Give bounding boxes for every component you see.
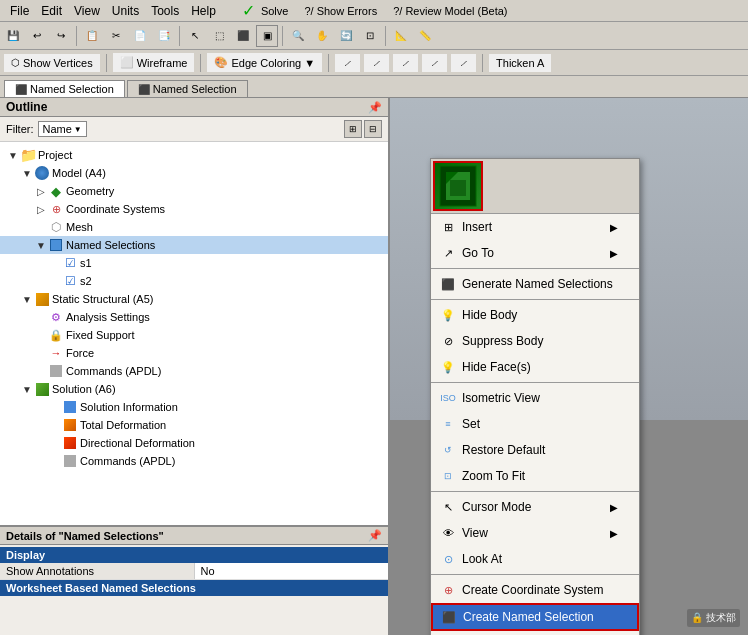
- tree-item-coord[interactable]: ▷ ⊕ Coordinate Systems: [0, 200, 388, 218]
- toolbar-btn-rotate[interactable]: 🔄: [335, 25, 357, 47]
- pin-icon[interactable]: 📌: [368, 101, 382, 114]
- ctx-create-coord[interactable]: ⊕ Create Coordinate System: [431, 577, 639, 603]
- toolbar-btn-zoom[interactable]: 🔍: [287, 25, 309, 47]
- tree-item-force[interactable]: → Force: [0, 344, 388, 362]
- menu-view[interactable]: View: [68, 2, 106, 20]
- toolbar: 💾 ↩ ↪ 📋 ✂ 📄 📑 ↖ ⬚ ⬛ ▣ 🔍 ✋ 🔄 ⊡ 📐 📏: [0, 22, 748, 50]
- filter-icon-btn-2[interactable]: ⊟: [364, 120, 382, 138]
- tree-item-mesh[interactable]: ⬡ Mesh: [0, 218, 388, 236]
- wireframe-icon: ⬜: [120, 56, 134, 69]
- ctx-header-icon: [433, 161, 483, 211]
- tree-item-total-deform[interactable]: Total Deformation: [0, 416, 388, 434]
- toolbar-btn-10[interactable]: 📐: [390, 25, 412, 47]
- tree-item-s2[interactable]: ☑ s2: [0, 272, 388, 290]
- tree-item-s1[interactable]: ☑ s1: [0, 254, 388, 272]
- menu-edit[interactable]: Edit: [35, 2, 68, 20]
- toggle-named-sel[interactable]: ▼: [34, 240, 48, 251]
- toggle-static[interactable]: ▼: [20, 294, 34, 305]
- tree-item-model[interactable]: ▼ Model (A4): [0, 164, 388, 182]
- create-named-icon: ⬛: [441, 609, 457, 625]
- toolbar-btn-11[interactable]: 📏: [414, 25, 436, 47]
- tab-named-selection-2[interactable]: ⬛ Named Selection: [127, 80, 248, 97]
- tree-item-geometry[interactable]: ▷ ◆ Geometry: [0, 182, 388, 200]
- ctx-zoom-fit[interactable]: ⊡ Zoom To Fit: [431, 463, 639, 489]
- solution-label: Solution (A6): [52, 383, 116, 395]
- right-panel: ⊞ Insert ▶ ↗ Go To ▶ ⬛ Generate Named Se…: [390, 98, 748, 635]
- toolbar-btn-pan[interactable]: ✋: [311, 25, 333, 47]
- thicken-button[interactable]: Thicken A: [489, 54, 551, 72]
- solve-label[interactable]: Solve: [261, 5, 289, 17]
- toolbar-btn-4[interactable]: 📋: [81, 25, 103, 47]
- toolbar-btn-9[interactable]: ▣: [256, 25, 278, 47]
- tree-item-fixed[interactable]: 🔒 Fixed Support: [0, 326, 388, 344]
- tree-item-solution[interactable]: ▼ Solution (A6): [0, 380, 388, 398]
- geometry-label: Geometry: [66, 185, 114, 197]
- menu-help[interactable]: Help: [185, 2, 222, 20]
- toggle-coord[interactable]: ▷: [34, 204, 48, 215]
- show-errors-label[interactable]: ?/ Show Errors: [304, 5, 377, 17]
- filter-row: Filter: Name ▼ ⊞ ⊟: [0, 117, 388, 142]
- tree-item-static[interactable]: ▼ Static Structural (A5): [0, 290, 388, 308]
- toolbar2-btn-e[interactable]: ⟋: [451, 54, 476, 72]
- ctx-set[interactable]: ≡ Set: [431, 411, 639, 437]
- toolbar-btn-fit[interactable]: ⊡: [359, 25, 381, 47]
- menu-file[interactable]: File: [4, 2, 35, 20]
- toolbar-btn-1[interactable]: 💾: [2, 25, 24, 47]
- ctx-cursor-mode[interactable]: ↖ Cursor Mode ▶: [431, 494, 639, 520]
- commands2-label: Commands (APDL): [80, 455, 175, 467]
- ctx-suppress-body[interactable]: ⊘ Suppress Body: [431, 328, 639, 354]
- toolbar-btn-cursor[interactable]: ↖: [184, 25, 206, 47]
- filter-dropdown[interactable]: Name ▼: [38, 121, 87, 137]
- details-pin-icon[interactable]: 📌: [368, 529, 382, 542]
- toolbar-btn-7[interactable]: 📑: [153, 25, 175, 47]
- toggle-project[interactable]: ▼: [6, 150, 20, 161]
- ctx-insert[interactable]: ⊞ Insert ▶: [431, 214, 639, 240]
- toolbar2-btn-a[interactable]: ⟋: [335, 54, 360, 72]
- svg-rect-3: [450, 180, 466, 196]
- tree-item-named-selections[interactable]: ▼ Named Selections: [0, 236, 388, 254]
- edge-coloring-button[interactable]: 🎨 Edge Coloring ▼: [207, 53, 322, 72]
- s2-label: s2: [80, 275, 92, 287]
- set-icon: ≡: [440, 416, 456, 432]
- toolbar-btn-2[interactable]: ↩: [26, 25, 48, 47]
- toggle-model[interactable]: ▼: [20, 168, 34, 179]
- toggle-solution[interactable]: ▼: [20, 384, 34, 395]
- show-annotations-value[interactable]: No: [195, 563, 389, 579]
- toolbar-btn-3[interactable]: ↪: [50, 25, 72, 47]
- toolbar-sep-3: [282, 26, 283, 46]
- toolbar-btn-5[interactable]: ✂: [105, 25, 127, 47]
- ctx-look-at[interactable]: ⊙ Look At: [431, 546, 639, 572]
- toolbar2-btn-b[interactable]: ⟋: [364, 54, 389, 72]
- toolbar2-btn-d[interactable]: ⟋: [422, 54, 447, 72]
- show-vertices-button[interactable]: ⬡ Show Vertices: [4, 54, 100, 72]
- ctx-hide-face[interactable]: 💡 Hide Face(s): [431, 354, 639, 380]
- filter-icon-btn-1[interactable]: ⊞: [344, 120, 362, 138]
- menu-units[interactable]: Units: [106, 2, 145, 20]
- review-model-label[interactable]: ?/ Review Model (Beta): [393, 5, 507, 17]
- ctx-create-named[interactable]: ⬛ Create Named Selection: [431, 603, 639, 631]
- tree-item-commands[interactable]: Commands (APDL): [0, 362, 388, 380]
- tree-item-analysis[interactable]: ⚙ Analysis Settings: [0, 308, 388, 326]
- suppress-icon: ⊘: [440, 333, 456, 349]
- tree-item-dir-deform[interactable]: Directional Deformation: [0, 434, 388, 452]
- menu-tools[interactable]: Tools: [145, 2, 185, 20]
- wireframe-button[interactable]: ⬜ Wireframe: [113, 53, 195, 72]
- tree-item-project[interactable]: ▼ 📁 Project: [0, 146, 388, 164]
- ctx-view[interactable]: 👁 View ▶: [431, 520, 639, 546]
- tree-item-sol-info[interactable]: Solution Information: [0, 398, 388, 416]
- fixed-icon: 🔒: [48, 327, 64, 343]
- toggle-geometry[interactable]: ▷: [34, 186, 48, 197]
- ctx-isometric[interactable]: ISO Isometric View: [431, 385, 639, 411]
- tab-named-selection-1[interactable]: ⬛ Named Selection: [4, 80, 125, 97]
- ctx-restore[interactable]: ↺ Restore Default: [431, 437, 639, 463]
- outline-body[interactable]: ▼ 📁 Project ▼ Model (A4) ▷ ◆ Geometry: [0, 142, 388, 525]
- toolbar2-btn-c[interactable]: ⟋: [393, 54, 418, 72]
- ctx-hide-body[interactable]: 💡 Hide Body: [431, 302, 639, 328]
- toolbar-btn-8[interactable]: ⬛: [232, 25, 254, 47]
- ctx-goto[interactable]: ↗ Go To ▶: [431, 240, 639, 266]
- toolbar-btn-6[interactable]: 📄: [129, 25, 151, 47]
- ctx-select-all[interactable]: ⊞ Select All: [431, 631, 639, 635]
- ctx-generate-named[interactable]: ⬛ Generate Named Selections: [431, 271, 639, 297]
- toolbar-btn-select[interactable]: ⬚: [208, 25, 230, 47]
- tree-item-commands2[interactable]: Commands (APDL): [0, 452, 388, 470]
